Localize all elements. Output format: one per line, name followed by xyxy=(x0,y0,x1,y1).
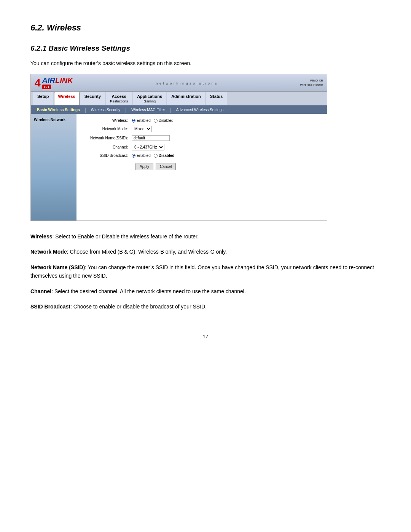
ssid-enabled-dot xyxy=(132,154,135,158)
subnav-sep-1: | xyxy=(84,107,87,113)
network-mode-select[interactable]: Mixed xyxy=(132,126,152,132)
logo-networking: n e t w o r k i n g s o l u t i o n s xyxy=(156,81,217,85)
tab-wireless[interactable]: Wireless xyxy=(54,92,80,105)
ssid-broadcast-control: Enabled Disabled xyxy=(132,153,174,158)
desc-ssid-broadcast: SSID Broadcast: Choose to enable or disa… xyxy=(30,302,381,311)
logo-air: AIR xyxy=(42,76,55,85)
network-name-input[interactable] xyxy=(132,135,170,141)
channel-row: Channel: 6 - 2.437GHz xyxy=(82,144,321,150)
sidebar-title: Wireless Network xyxy=(34,118,73,122)
desc-ssid-broadcast-text: : Choose to enable or disable the broadc… xyxy=(70,304,207,310)
nav-tabs: Setup Wireless Security Access Restricti… xyxy=(31,92,327,106)
ssid-disabled-radio[interactable]: Disabled xyxy=(154,153,175,158)
desc-ssid-bold: Network Name (SSID) xyxy=(30,264,85,270)
tab-security[interactable]: Security xyxy=(80,92,105,105)
wireless-enabled-radio[interactable]: Enabled xyxy=(132,118,151,123)
router-content: Wireless Network Wireless: Enabled Disab… xyxy=(31,114,327,220)
wireless-enabled-label: Enabled xyxy=(137,118,151,123)
logo-text-group: AIRLINK 101 xyxy=(42,77,73,89)
ssid-broadcast-row: SSID Broadcast: Enabled Disabled xyxy=(82,153,321,158)
logo-4: 4 xyxy=(35,77,41,89)
tab-access-restrictions[interactable]: Access Restrictions xyxy=(106,92,132,105)
wireless-disabled-label: Disabled xyxy=(159,118,174,123)
subsection-title: 6.2.1 Basic Wireless Settings xyxy=(30,44,381,53)
desc-channel-text: : Select the desired channel. All the ne… xyxy=(51,288,246,294)
channel-label: Channel: xyxy=(82,145,132,149)
desc-channel-bold: Channel xyxy=(30,288,51,294)
sub-nav: Basic Wireless Settings | Wireless Secur… xyxy=(31,106,327,114)
section-title: 6.2. Wireless xyxy=(30,23,381,33)
subnav-advanced-wireless[interactable]: Advanced Wireless Settings xyxy=(173,107,227,113)
intro-text: You can configure the router's basic wir… xyxy=(30,60,381,66)
wireless-enabled-dot xyxy=(132,119,135,123)
router-header: 4 AIRLINK 101 n e t w o r k i n g s o l … xyxy=(31,74,327,92)
network-name-label: Network Name(SSID): xyxy=(82,136,132,140)
desc-wireless: Wireless: Select to Enable or Disable th… xyxy=(30,232,381,241)
logo-link: LINK xyxy=(55,76,73,85)
router-sidebar: Wireless Network xyxy=(31,114,76,220)
subnav-wireless-mac-filter[interactable]: Wireless MAC Filter xyxy=(128,107,168,113)
desc-network-mode-bold: Network Mode xyxy=(30,249,67,255)
desc-network-mode: Network Mode: Choose from Mixed (B & G),… xyxy=(30,248,381,256)
desc-ssid-broadcast-bold: SSID Broadcast xyxy=(30,304,70,310)
network-name-row: Network Name(SSID): xyxy=(82,135,321,141)
router-logo: 4 AIRLINK 101 xyxy=(35,77,73,89)
wireless-label: Wireless: xyxy=(82,118,132,123)
apply-button[interactable]: Apply xyxy=(135,163,153,170)
network-mode-control: Mixed xyxy=(132,126,152,132)
button-row: Apply Cancel xyxy=(82,163,321,170)
ssid-disabled-label: Disabled xyxy=(159,153,175,158)
tab-status[interactable]: Status xyxy=(206,92,227,105)
wireless-control: Enabled Disabled xyxy=(132,118,174,123)
channel-control: 6 - 2.437GHz xyxy=(132,144,164,150)
router-main-content: Wireless: Enabled Disabled xyxy=(76,114,327,220)
wireless-disabled-radio[interactable]: Disabled xyxy=(154,118,174,123)
desc-wireless-bold: Wireless xyxy=(30,233,52,240)
router-badge: MIMO XR Wireless Router xyxy=(300,79,323,87)
tab-administration[interactable]: Administration xyxy=(167,92,205,105)
wireless-row: Wireless: Enabled Disabled xyxy=(82,118,321,123)
subnav-sep-3: | xyxy=(169,107,172,113)
wireless-radio-group: Enabled Disabled xyxy=(132,118,174,123)
router-ui-screenshot: 4 AIRLINK 101 n e t w o r k i n g s o l … xyxy=(30,74,327,221)
tab-setup[interactable]: Setup xyxy=(33,92,53,105)
page-number: 17 xyxy=(30,334,381,339)
subnav-wireless-security[interactable]: Wireless Security xyxy=(88,107,123,113)
desc-wireless-text: : Select to Enable or Disable the wirele… xyxy=(52,233,198,240)
desc-ssid: Network Name (SSID): You can change the … xyxy=(30,263,381,280)
ssid-disabled-dot xyxy=(154,154,158,158)
wireless-disabled-dot xyxy=(154,119,158,123)
desc-channel: Channel: Select the desired channel. All… xyxy=(30,287,381,296)
desc-network-mode-text: : Choose from Mixed (B & G), Wireless-B … xyxy=(67,249,227,255)
airlink-wordmark: AIRLINK xyxy=(42,77,73,84)
cancel-button[interactable]: Cancel xyxy=(156,163,176,170)
subnav-basic-wireless[interactable]: Basic Wireless Settings xyxy=(34,107,83,113)
channel-select[interactable]: 6 - 2.437GHz xyxy=(132,144,164,150)
ssid-enabled-label: Enabled xyxy=(137,153,151,158)
ssid-broadcast-label: SSID Broadcast: xyxy=(82,153,132,158)
ssid-broadcast-radio-group: Enabled Disabled xyxy=(132,153,174,158)
subnav-sep-2: | xyxy=(124,107,127,113)
ssid-enabled-radio[interactable]: Enabled xyxy=(132,153,151,158)
network-mode-row: Network Mode: Mixed xyxy=(82,126,321,132)
tab-applications-gaming[interactable]: Applications Gaming xyxy=(133,92,166,105)
logo-101-badge: 101 xyxy=(42,85,51,89)
network-mode-label: Network Mode: xyxy=(82,127,132,131)
network-name-control xyxy=(132,135,170,141)
